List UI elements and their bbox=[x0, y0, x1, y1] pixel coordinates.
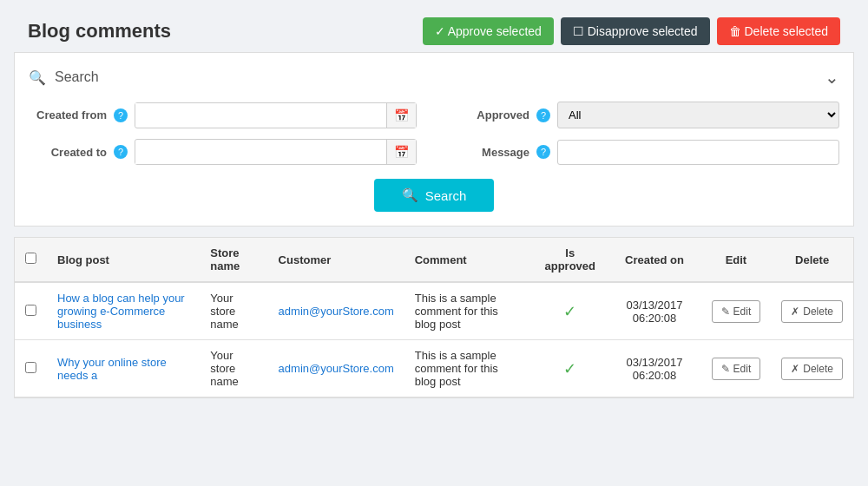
approved-select[interactable]: All Yes No bbox=[557, 102, 839, 128]
edit-button-1[interactable]: ✎ Edit bbox=[712, 358, 761, 380]
filter-grid: Created from ? 📅 Approved ? All Yes No bbox=[29, 102, 839, 165]
edit-button-0[interactable]: ✎ Edit bbox=[712, 300, 761, 323]
created-to-input-wrapper: 📅 bbox=[135, 139, 417, 165]
created-from-calendar-icon[interactable]: 📅 bbox=[386, 103, 416, 128]
row-created-on-0: 03/13/2017 06:20:08 bbox=[608, 282, 700, 340]
row-comment-1: This is a sample comment for this blog p… bbox=[404, 340, 532, 397]
row-comment-0: This is a sample comment for this blog p… bbox=[404, 282, 532, 340]
row-checkbox-cell bbox=[15, 340, 47, 397]
approved-check-icon: ✓ bbox=[563, 360, 576, 378]
col-edit: Edit bbox=[701, 238, 772, 282]
x-icon: ✗ bbox=[791, 363, 799, 375]
top-bar: Blog comments ✓ Approve selected ☐ Disap… bbox=[14, 10, 854, 52]
row-checkbox-cell bbox=[15, 282, 47, 340]
message-label: Message bbox=[451, 146, 529, 159]
search-btn-row: 🔍 Search bbox=[29, 179, 839, 212]
col-customer: Customer bbox=[268, 238, 404, 282]
pencil-icon: ✎ bbox=[721, 363, 730, 375]
created-to-row: Created to ? 📅 bbox=[29, 139, 417, 165]
row-edit-cell-1: ✎ Edit bbox=[701, 340, 772, 397]
row-customer-1: admin@yourStore.com bbox=[268, 340, 404, 397]
col-is-approved: Is approved bbox=[532, 238, 608, 282]
x-icon: ✗ bbox=[791, 305, 799, 318]
row-blog-post-1: Why your online store needs a bbox=[47, 340, 200, 397]
delete-button-1[interactable]: ✗ Delete bbox=[781, 358, 843, 380]
created-from-label: Created from bbox=[29, 108, 107, 122]
search-button[interactable]: 🔍 Search bbox=[374, 179, 495, 212]
created-from-input[interactable] bbox=[135, 103, 386, 127]
message-row: Message ? bbox=[451, 139, 839, 165]
created-from-row: Created from ? 📅 bbox=[29, 102, 417, 128]
row-blog-post-0: How a blog can help your growing e-Comme… bbox=[47, 282, 200, 340]
comments-table-container: Blog post Store name Customer Comment Is… bbox=[14, 237, 854, 398]
search-icon: 🔍 bbox=[29, 69, 46, 86]
approved-check-icon: ✓ bbox=[563, 303, 576, 320]
created-from-help-icon[interactable]: ? bbox=[114, 108, 128, 122]
blog-post-link-0[interactable]: How a blog can help your growing e-Comme… bbox=[57, 292, 185, 331]
customer-email-link-1[interactable]: admin@yourStore.com bbox=[279, 362, 394, 375]
col-comment: Comment bbox=[404, 238, 532, 282]
table-row: How a blog can help your growing e-Comme… bbox=[15, 282, 853, 340]
row-delete-cell-1: ✗ Delete bbox=[771, 340, 853, 397]
col-store-name: Store name bbox=[200, 238, 267, 282]
row-customer-0: admin@yourStore.com bbox=[268, 282, 404, 340]
row-store-name-0: Your store name bbox=[200, 282, 267, 340]
table-header-row: Blog post Store name Customer Comment Is… bbox=[15, 238, 853, 282]
row-checkbox-1[interactable] bbox=[25, 362, 36, 373]
created-to-calendar-icon[interactable]: 📅 bbox=[386, 140, 416, 164]
chevron-down-icon: ⌄ bbox=[825, 67, 839, 88]
created-to-input[interactable] bbox=[135, 141, 386, 164]
page-title: Blog comments bbox=[28, 20, 171, 43]
col-created-on: Created on bbox=[608, 238, 700, 282]
search-panel: 🔍 Search ⌄ Created from ? 📅 Approved ? A bbox=[14, 52, 854, 227]
row-store-name-1: Your store name bbox=[200, 340, 267, 397]
row-approved-0: ✓ bbox=[532, 282, 608, 340]
col-delete: Delete bbox=[771, 238, 853, 282]
search-btn-icon: 🔍 bbox=[402, 187, 418, 203]
search-panel-header[interactable]: 🔍 Search ⌄ bbox=[29, 67, 839, 88]
message-help-icon[interactable]: ? bbox=[536, 145, 550, 159]
disapprove-selected-button[interactable]: ☐ Disapprove selected bbox=[561, 17, 710, 45]
delete-button-0[interactable]: ✗ Delete bbox=[781, 300, 843, 323]
col-blog-post: Blog post bbox=[47, 238, 200, 282]
message-input[interactable] bbox=[557, 140, 839, 165]
approved-label: Approved bbox=[451, 108, 529, 122]
created-from-input-wrapper: 📅 bbox=[135, 102, 417, 128]
select-all-cell bbox=[15, 238, 47, 282]
table-row: Why your online store needs a Your store… bbox=[15, 340, 853, 397]
search-header-left: 🔍 Search bbox=[29, 69, 99, 86]
search-panel-title: Search bbox=[55, 69, 99, 85]
top-actions: ✓ Approve selected ☐ Disapprove selected… bbox=[423, 17, 840, 45]
blog-post-link-1[interactable]: Why your online store needs a bbox=[57, 356, 167, 382]
row-delete-cell-0: ✗ Delete bbox=[771, 282, 853, 340]
select-all-checkbox[interactable] bbox=[25, 253, 36, 264]
approved-help-icon[interactable]: ? bbox=[536, 108, 550, 122]
approved-row: Approved ? All Yes No bbox=[451, 102, 839, 128]
row-checkbox-0[interactable] bbox=[25, 305, 36, 316]
customer-email-link-0[interactable]: admin@yourStore.com bbox=[279, 305, 394, 318]
delete-selected-button[interactable]: 🗑 Delete selected bbox=[717, 17, 840, 45]
comments-table: Blog post Store name Customer Comment Is… bbox=[15, 238, 853, 397]
row-approved-1: ✓ bbox=[532, 340, 608, 397]
row-edit-cell-0: ✎ Edit bbox=[701, 282, 772, 340]
created-to-label: Created to bbox=[29, 146, 107, 159]
pencil-icon: ✎ bbox=[721, 305, 730, 318]
approve-selected-button[interactable]: ✓ Approve selected bbox=[423, 17, 554, 45]
row-created-on-1: 03/13/2017 06:20:08 bbox=[608, 340, 700, 397]
created-to-help-icon[interactable]: ? bbox=[114, 145, 128, 159]
